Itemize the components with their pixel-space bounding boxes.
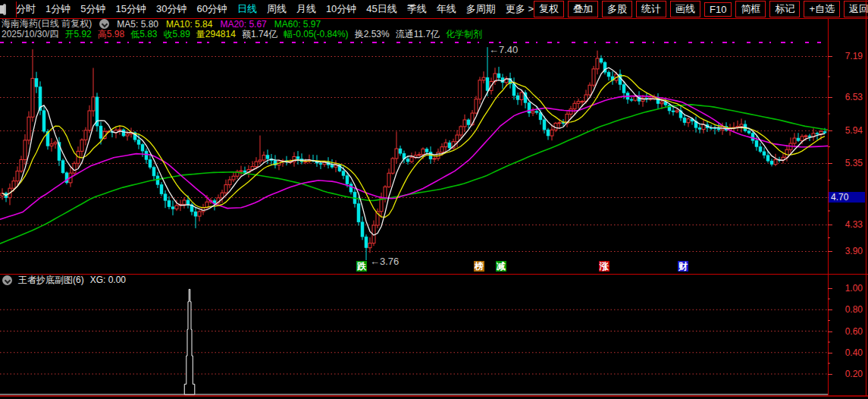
- marker-badge-财: 财: [678, 261, 688, 272]
- y-axis-label: 6.53: [831, 92, 863, 102]
- y-axis-label: 3.90: [831, 246, 863, 256]
- price-tag: 4.70: [829, 192, 865, 203]
- xg-signal-spike: [184, 289, 195, 394]
- sub-indicator-value: XG: 0.00: [90, 275, 126, 285]
- sub-y-axis-label: 0.60: [831, 326, 863, 337]
- sub-y-axis-label: 1.00: [831, 283, 863, 294]
- candlestick-chart-canvas[interactable]: [0, 0, 868, 399]
- sub-indicator-title: 王者抄底副图(6): [18, 274, 84, 287]
- price-annotation: ←3.76: [370, 256, 399, 267]
- tdx-stock-app-window: 分时1分钟5分钟15分钟30分钟60分钟日线周线月线10分钟45日线季线年线多周…: [0, 0, 868, 399]
- y-axis-label: 7.19: [831, 51, 863, 61]
- sub-indicator-header: 王者抄底副图(6) XG: 0.00: [2, 275, 126, 285]
- chevron-down-icon[interactable]: [2, 275, 12, 285]
- marker-badge-减: 减: [496, 261, 506, 272]
- price-annotation: ←7.40: [489, 44, 518, 55]
- y-axis-label: 5.94: [831, 125, 863, 136]
- y-axis-label: 4.33: [831, 219, 863, 230]
- sub-y-axis-label: 0.20: [831, 369, 863, 379]
- marker-badge-跌: 跌: [356, 261, 367, 272]
- y-axis-label: 5.35: [831, 158, 863, 168]
- sub-y-axis-label: 0.80: [831, 304, 863, 315]
- marker-badge-涨: 涨: [599, 261, 609, 272]
- sub-y-axis-label: 0.40: [831, 347, 863, 358]
- marker-badge-榜: 榜: [474, 261, 484, 272]
